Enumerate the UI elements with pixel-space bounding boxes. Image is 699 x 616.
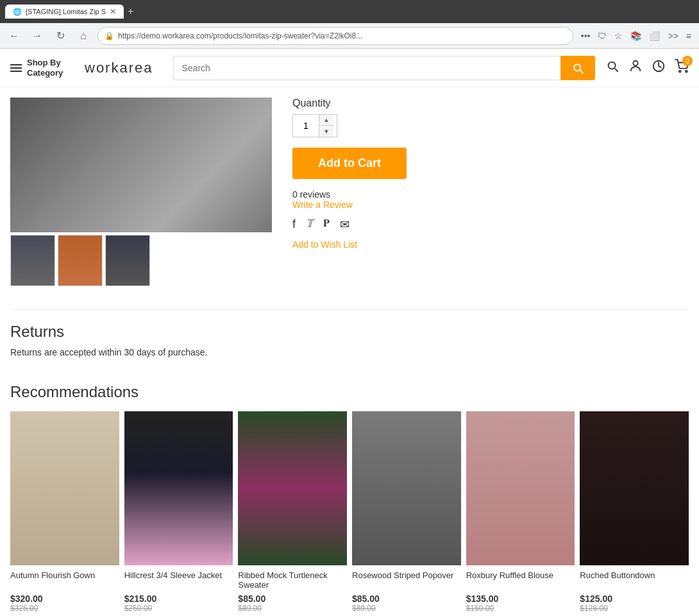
main-content: Quantity ▲ ▼ Add to Cart 0 reviews Write…	[0, 87, 699, 616]
product-original-price: $89.00	[352, 604, 461, 613]
search-icon	[571, 62, 584, 74]
product-name: Ruched Buttondown	[580, 570, 689, 591]
collections-icon[interactable]: 📚	[628, 28, 644, 44]
menu-icon[interactable]: ≡	[684, 28, 694, 44]
product-original-price: $150.00	[466, 604, 575, 613]
search-button[interactable]	[560, 56, 595, 80]
product-image	[124, 411, 233, 565]
thumbnail-row	[10, 235, 280, 286]
product-name: Roxbury Ruffled Blouse	[466, 570, 575, 591]
thumbnail-1[interactable]	[10, 235, 55, 286]
tab-groups-icon[interactable]: ⬜	[646, 28, 662, 44]
site-logo[interactable]: workarea	[85, 60, 153, 76]
address-bar[interactable]: 🔒 https://demo.workarea.com/products/lom…	[97, 27, 573, 45]
product-original-price: $250.00	[124, 604, 233, 613]
svg-line-1	[615, 69, 618, 71]
forward-button[interactable]: →	[28, 27, 46, 45]
product-price: $135.00	[466, 594, 575, 604]
url-display: https://demo.workarea.com/products/lomit…	[118, 31, 566, 40]
extensions-icon[interactable]: >>	[665, 28, 680, 44]
timer-icon[interactable]	[652, 59, 666, 76]
returns-text: Returns are accepted within 30 days of p…	[10, 347, 689, 357]
quantity-input[interactable]	[293, 115, 319, 137]
product-price: $320.00	[10, 594, 119, 604]
recommendations-section: Recommendations Autumn Flourish Gown $32…	[10, 370, 689, 616]
more-options-icon[interactable]: •••	[578, 28, 593, 44]
refresh-button[interactable]: ↻	[51, 27, 69, 45]
svg-point-4	[679, 71, 681, 73]
product-name: Ribbed Mock Turtleneck Sweater	[238, 570, 347, 591]
product-image	[352, 411, 461, 565]
product-name: Hillcrest 3/4 Sleeve Jacket	[124, 570, 233, 591]
product-card[interactable]: Rosewood Striped Popover $85.00 $89.00 ★…	[352, 411, 461, 616]
search-header-icon[interactable]	[605, 59, 619, 76]
product-original-price: $325.00	[10, 604, 119, 613]
returns-section: Returns Returns are accepted within 30 d…	[10, 309, 689, 370]
product-name: Rosewood Striped Popover	[352, 570, 461, 591]
quantity-up-button[interactable]: ▲	[319, 115, 333, 126]
recommendations-title: Recommendations	[10, 383, 689, 401]
product-image	[580, 411, 689, 565]
product-price: $85.00	[238, 594, 347, 604]
quantity-label: Quantity	[292, 98, 689, 109]
product-card[interactable]: Autumn Flourish Gown $320.00 $325.00 ★★★…	[10, 411, 119, 616]
thumbnail-2[interactable]	[58, 235, 103, 286]
write-review-link[interactable]: Write a Review	[292, 200, 689, 210]
product-price: $125.00	[580, 594, 689, 604]
browser-toolbar: ← → ↻ ⌂ 🔒 https://demo.workarea.com/prod…	[0, 23, 699, 49]
product-card[interactable]: Roxbury Ruffled Blouse $135.00 $150.00 ★…	[466, 411, 575, 616]
home-button[interactable]: ⌂	[74, 27, 92, 45]
cart-badge: 0	[682, 56, 693, 66]
products-grid: Autumn Flourish Gown $320.00 $325.00 ★★★…	[10, 411, 689, 616]
facebook-icon[interactable]: f	[292, 218, 296, 232]
reading-list-icon[interactable]: 🛡	[595, 28, 609, 44]
browser-tab[interactable]: 🌐 [STAGING] Lomitas Zip S ✕	[5, 4, 124, 19]
product-info: Quantity ▲ ▼ Add to Cart 0 reviews Write…	[280, 98, 689, 286]
product-image	[10, 411, 119, 565]
reviews-section: 0 reviews Write a Review	[292, 189, 689, 210]
browser-chrome: 🌐 [STAGING] Lomitas Zip S ✕ +	[0, 0, 699, 23]
product-original-price: $89.00	[238, 604, 347, 613]
cart-icon[interactable]: 0	[675, 59, 689, 76]
tab-close-icon[interactable]: ✕	[110, 7, 116, 16]
shop-by-category-menu[interactable]: Shop ByCategory	[10, 58, 74, 78]
twitter-icon[interactable]: 𝕋	[306, 218, 313, 232]
header-icons: 0	[605, 59, 689, 76]
reviews-count: 0 reviews	[292, 189, 330, 200]
product-card[interactable]: Ruched Buttondown $125.00 $128.00 ★★★★★	[580, 411, 689, 616]
product-image	[466, 411, 575, 565]
product-name: Autumn Flourish Gown	[10, 570, 119, 591]
back-button[interactable]: ←	[5, 27, 23, 45]
product-card[interactable]: Ribbed Mock Turtleneck Sweater $85.00 $8…	[238, 411, 347, 616]
email-icon[interactable]: ✉	[340, 218, 350, 232]
add-to-cart-button[interactable]: Add to Cart	[292, 148, 407, 179]
thumbnail-3[interactable]	[105, 235, 150, 286]
tab-title: [STAGING] Lomitas Zip S	[26, 8, 106, 15]
svg-point-5	[686, 71, 687, 73]
product-image	[238, 411, 347, 565]
product-original-price: $128.00	[580, 604, 689, 613]
product-price: $85.00	[352, 594, 461, 604]
new-tab-button[interactable]: +	[128, 6, 133, 17]
returns-title: Returns	[10, 323, 689, 341]
svg-point-2	[633, 61, 637, 65]
bookmark-icon[interactable]: ☆	[612, 28, 625, 44]
product-price: $215.00	[124, 594, 233, 604]
svg-point-0	[609, 62, 616, 69]
wishlist-link[interactable]: Add to Wish List	[292, 239, 357, 250]
quantity-section: Quantity ▲ ▼	[292, 98, 689, 137]
quantity-arrows: ▲ ▼	[319, 115, 333, 137]
pinterest-icon[interactable]: 𝐏	[323, 218, 330, 232]
account-icon[interactable]	[628, 59, 643, 76]
main-product-image	[10, 98, 272, 232]
hamburger-icon	[10, 64, 22, 72]
quantity-control: ▲ ▼	[292, 114, 337, 137]
quantity-down-button[interactable]: ▼	[319, 126, 333, 137]
site-header: Shop ByCategory workarea	[0, 49, 699, 87]
social-icons: f 𝕋 𝐏 ✉	[292, 218, 689, 232]
toolbar-icons: ••• 🛡 ☆ 📚 ⬜ >> ≡	[578, 28, 694, 44]
product-card[interactable]: Hillcrest 3/4 Sleeve Jacket $215.00 $250…	[124, 411, 233, 616]
search-input[interactable]	[173, 56, 560, 80]
search-bar	[173, 56, 595, 80]
product-images	[10, 98, 280, 286]
